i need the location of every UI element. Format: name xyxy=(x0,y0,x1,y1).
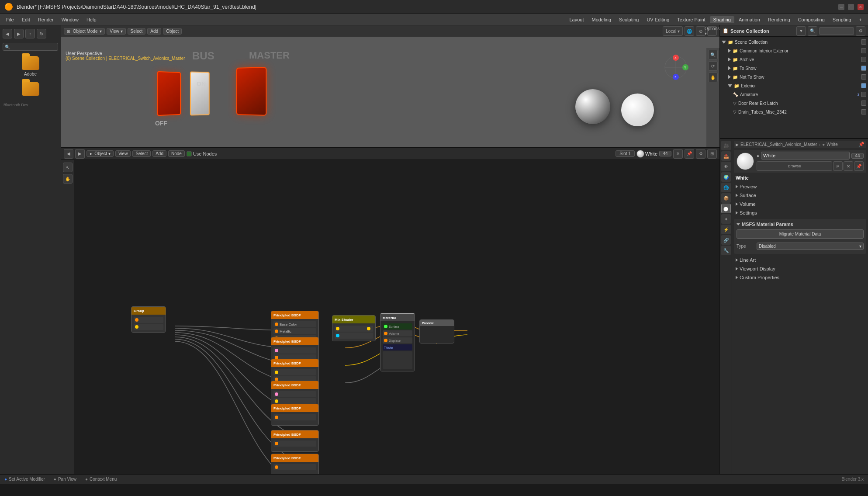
tree-exterior[interactable]: 📁 Exterior xyxy=(720,81,868,90)
node-mid-1[interactable]: Mix Shader xyxy=(332,315,376,341)
node-editor[interactable]: ◀ ▶ ● Object ▾ View Select Add Node Use … xyxy=(61,148,719,474)
archive-cb[interactable] xyxy=(861,57,866,62)
outliner-search-btn[interactable]: 🔍 xyxy=(808,26,817,36)
viewport-3d[interactable]: ⊞ Object Mode ▾ View ▾ Select Add Object… xyxy=(61,25,719,148)
tree-common-interior[interactable]: 📁 Common Interior Exterior xyxy=(720,46,868,55)
vp-zoom-btn[interactable]: 🔍 xyxy=(708,50,718,59)
door-rear-cb[interactable] xyxy=(861,101,866,106)
menu-render[interactable]: Render xyxy=(35,16,57,23)
menu-texture-paint[interactable]: Texture Paint xyxy=(674,16,709,23)
section-custom-properties[interactable]: Custom Properties xyxy=(734,273,866,282)
props-particles-icon[interactable]: ✦ xyxy=(721,214,731,224)
outliner-settings-btn[interactable]: ⚙ xyxy=(856,26,865,36)
viewport-select-btn[interactable]: Select xyxy=(128,28,146,35)
tree-door-rear[interactable]: ▽ Door Rear Ext Latch xyxy=(720,99,868,108)
menu-sculpting[interactable]: Sculpting xyxy=(616,16,642,23)
node-node-btn[interactable]: Node xyxy=(168,150,185,157)
props-object-icon[interactable]: 📦 xyxy=(721,193,731,203)
props-view-icon[interactable]: 👁 xyxy=(721,162,731,171)
node-sub-7[interactable]: Principled BSDF xyxy=(271,454,319,474)
props-modifier-icon[interactable]: 🔧 xyxy=(721,246,731,255)
props-constraints-icon[interactable]: 🔗 xyxy=(721,235,731,245)
menu-shading[interactable]: Shading xyxy=(710,16,734,23)
viewport-view-btn[interactable]: View ▾ xyxy=(107,28,125,35)
close-button[interactable]: ✕ xyxy=(858,4,864,10)
outliner-filter-btn[interactable]: ▼ xyxy=(796,26,806,36)
node-view-mode-btn[interactable]: ⊞ xyxy=(707,149,717,159)
props-output-icon[interactable]: 📤 xyxy=(721,151,731,161)
menu-animation[interactable]: Animation xyxy=(735,16,764,23)
node-select-btn[interactable]: Select xyxy=(132,150,151,157)
props-scene-icon[interactable]: 🌍 xyxy=(721,172,731,182)
nav-refresh-btn[interactable]: ↻ xyxy=(37,29,46,38)
node-type-btn[interactable]: ● Object ▾ xyxy=(86,150,114,157)
viewport-gizmo[interactable]: X Y Z xyxy=(663,54,689,80)
node-pin-btn[interactable]: 📌 xyxy=(685,149,694,159)
menu-modeling[interactable]: Modeling xyxy=(588,16,615,23)
menu-compositing[interactable]: Compositing xyxy=(795,16,828,23)
outliner-search-input[interactable] xyxy=(819,27,854,35)
menu-rendering[interactable]: Rendering xyxy=(764,16,794,23)
tree-drain-tubes[interactable]: ▽ Drain_Tubes_Misc_2342 xyxy=(720,108,868,116)
nav-up-btn[interactable]: ↑ xyxy=(25,29,35,38)
folder-adobe[interactable]: Adobe xyxy=(3,54,58,78)
section-line-art[interactable]: Line Art xyxy=(734,256,866,264)
node-view-btn[interactable]: View xyxy=(115,150,131,157)
type-select[interactable]: Disabled ▾ xyxy=(757,243,864,250)
scene-collection-cb[interactable] xyxy=(861,39,866,45)
node-settings-btn[interactable]: ⚙ xyxy=(696,149,705,159)
minimize-button[interactable]: ─ xyxy=(838,4,844,10)
nav-forward-btn[interactable]: ▶ xyxy=(14,29,24,38)
drain-tubes-cb[interactable] xyxy=(861,109,866,114)
section-volume[interactable]: Volume xyxy=(734,200,866,208)
not-to-show-cb[interactable] xyxy=(861,74,866,80)
tree-scene-collection[interactable]: 📁 Scene Collection xyxy=(720,38,868,46)
node-add-btn[interactable]: Add xyxy=(152,150,166,157)
material-browse-btn[interactable]: Browse xyxy=(757,161,832,171)
tree-archive[interactable]: 📁 Archive xyxy=(720,55,868,64)
node-sub-4[interactable]: Principled BSDF xyxy=(271,381,319,407)
props-render-icon[interactable]: 🎥 xyxy=(721,141,731,150)
tree-armature[interactable]: 🦴 Armature 3 xyxy=(720,90,868,99)
menu-file[interactable]: File xyxy=(3,16,17,23)
node-preview[interactable]: Preview xyxy=(419,319,454,343)
exterior-cb[interactable] xyxy=(861,83,866,88)
vp-local-btn[interactable]: Local ▾ xyxy=(663,26,683,36)
node-sub-6[interactable]: Principled BSDF xyxy=(271,430,319,452)
material-copy-btn[interactable]: ⎘ xyxy=(833,161,843,171)
armature-cb[interactable] xyxy=(861,92,866,97)
node-delete-btn[interactable]: ✕ xyxy=(673,149,683,159)
window-controls[interactable]: ─ □ ✕ xyxy=(838,4,864,10)
menu-edit[interactable]: Edit xyxy=(18,16,34,23)
vp-rotate-btn[interactable]: ⟳ xyxy=(708,61,718,71)
viewport-add-btn[interactable]: Add xyxy=(147,28,161,35)
migrate-material-btn[interactable]: Migrate Material Data xyxy=(737,229,864,239)
section-viewport-display[interactable]: Viewport Display xyxy=(734,264,866,273)
vp-options-btn[interactable]: Options ▾ xyxy=(707,26,717,36)
menu-window[interactable]: Window xyxy=(58,16,82,23)
vp-global-btn[interactable]: 🌐 xyxy=(685,26,694,36)
node-sub-5[interactable]: Principled BSDF xyxy=(271,404,319,426)
vp-overlay-btn[interactable]: ⊙ xyxy=(696,26,705,36)
maximize-button[interactable]: □ xyxy=(848,4,854,10)
menu-uv-editing[interactable]: UV Editing xyxy=(643,16,673,23)
menu-add[interactable]: + xyxy=(856,16,865,23)
menu-scripting[interactable]: Scripting xyxy=(829,16,855,23)
node-nav-forward[interactable]: ▶ xyxy=(75,149,85,159)
material-pin-btn[interactable]: 📌 xyxy=(854,161,864,171)
vp-pan-btn[interactable]: ✋ xyxy=(708,73,718,82)
menu-help[interactable]: Help xyxy=(83,16,100,23)
use-nodes-checkbox[interactable]: Use Nodes xyxy=(187,151,217,156)
to-show-cb[interactable] xyxy=(861,66,866,71)
viewport-content[interactable]: BUS MASTER User Perspective (0) Scene Co… xyxy=(61,37,719,147)
props-pin-icon[interactable]: 📌 xyxy=(858,142,865,147)
common-interior-cb[interactable] xyxy=(861,48,866,53)
section-settings[interactable]: Settings xyxy=(734,208,866,217)
node-large-center[interactable]: Material Surface Volume Displace Thickn xyxy=(380,313,415,371)
material-delete-btn[interactable]: ✕ xyxy=(844,161,853,171)
folder-second[interactable] xyxy=(3,80,58,99)
props-physics-icon[interactable]: ⚡ xyxy=(721,225,731,234)
material-name-input[interactable] xyxy=(761,152,850,160)
node-tool-hand[interactable]: ✋ xyxy=(63,174,73,184)
node-canvas[interactable]: ↖ ✋ xyxy=(61,160,719,474)
